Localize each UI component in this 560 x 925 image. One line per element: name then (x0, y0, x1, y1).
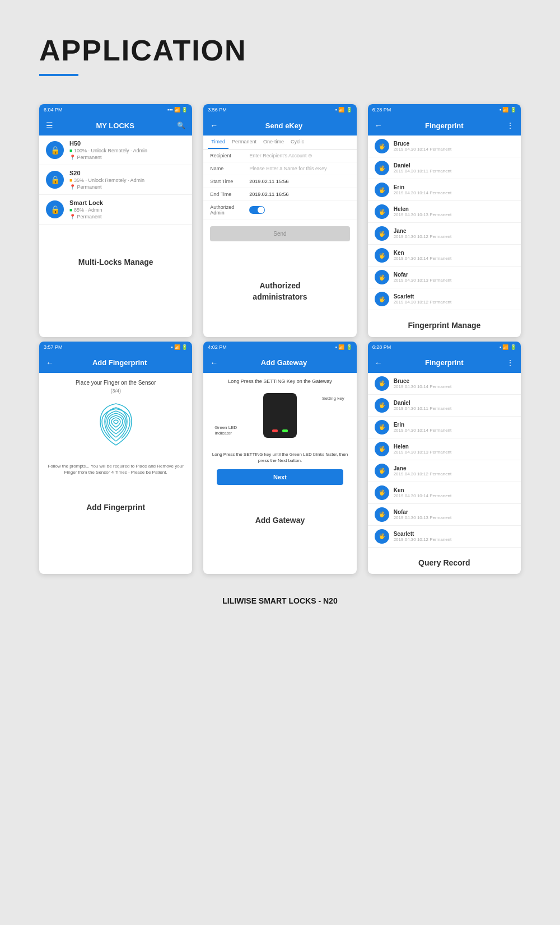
lock-info-h50: H50 ■ 100% · Unlock Remotely · Admin 📍 P… (69, 140, 147, 160)
ekey-tabs: Timed Permanent One-time Cyclic (203, 136, 356, 150)
my-locks-label: Multi-Locks Manage (39, 247, 192, 274)
fp2-person-jane[interactable]: 🖐 Jane 2019.04.30 10:12 Permanent (368, 460, 521, 482)
status-time: 6:04 PM (44, 107, 63, 113)
ekey-label-recipient: Recipient (210, 153, 249, 158)
ekey-status-time: 3:56 PM (208, 107, 227, 113)
fp2-info-ken: Ken 2019.04.30 10:14 Permanent (394, 487, 452, 498)
fp2-avatar-helen: 🖐 (375, 442, 389, 456)
page-title: APPLICATION (39, 34, 521, 67)
fp2-person-bruce[interactable]: 🖐 Bruce 2019.04.30 10:14 Permanent (368, 373, 521, 395)
add-gw-card: 4:02 PM ▪ 📶 🔋 ← Add Gateway Long Press t… (203, 342, 356, 574)
hamburger-icon[interactable]: ☰ (46, 121, 53, 130)
fp1-info-nofar: Nofar 2019.04.30 10:13 Permanent (394, 272, 452, 283)
fp1-avatar-daniel: 🖐 (375, 161, 389, 175)
fp1-person-daniel[interactable]: 🖐 Daniel 2019.04.30 10:11 Permanent (368, 157, 521, 179)
fp2-status-icons: ▪ 📶 🔋 (500, 344, 516, 350)
add-gw-title: Add Gateway (218, 358, 349, 367)
add-gw-label: Add Gateway (203, 505, 356, 532)
lock-perm-h50: 📍 Permanent (69, 155, 147, 160)
send-ekey-card: 3:56 PM ▪ 📶 🔋 ← Send eKey Timed Permanen… (203, 104, 356, 337)
send-ekey-screen: 3:56 PM ▪ 📶 🔋 ← Send eKey Timed Permanen… (203, 104, 356, 270)
fp1-avatar-nofar: 🖐 (375, 270, 389, 284)
lock-detail-h50: ■ 100% · Unlock Remotely · Admin (69, 148, 147, 153)
search-icon[interactable]: 🔍 (177, 122, 185, 129)
tab-onetime[interactable]: One-time (260, 136, 287, 149)
add-fp-footer: Follow the prompts... You will be requir… (39, 463, 192, 481)
fp1-info-jane: Jane 2019.04.30 10:12 Permanent (394, 228, 452, 239)
lock-item-smart[interactable]: 🔒 Smart Lock ■ 85% · Admin 📍 Permanent (39, 195, 192, 225)
add-gw-instruction2: Long Press the SETTING key until the Gre… (210, 451, 349, 464)
fp1-person-nofar[interactable]: 🖐 Nofar 2019.04.30 10:13 Permanent (368, 267, 521, 288)
fp1-avatar-bruce: 🖐 (375, 139, 389, 153)
add-fp-instruction: Place your Finger on the Sensor (46, 380, 185, 386)
add-fp-back-icon[interactable]: ← (46, 358, 54, 367)
status-icons: ▪▪▪ 📶 🔋 (167, 107, 188, 113)
page-wrapper: APPLICATION 6:04 PM ▪▪▪ 📶 🔋 ☰ MY LOCKS 🔍 (0, 0, 560, 639)
fp2-info-nofar: Nofar 2019.04.30 10:13 Permanent (394, 509, 452, 520)
more-icon[interactable]: ⋮ (506, 121, 514, 130)
ekey-row-end: End Time 2019.02.11 16:56 (203, 188, 356, 201)
ekey-value-start[interactable]: 2019.02.11 15:56 (249, 179, 349, 184)
send-button[interactable]: Send (210, 226, 349, 241)
green-led-indicator (282, 429, 288, 432)
add-fp-status-icons: ▪ 📶 🔋 (171, 344, 188, 350)
fp1-person-erin[interactable]: 🖐 Erin 2019.04.30 10:14 Permanent (368, 179, 521, 201)
footer-separator: - (318, 596, 323, 605)
fp2-person-daniel[interactable]: 🖐 Daniel 2019.04.30 10:11 Permanent (368, 395, 521, 417)
fp2-info-daniel: Daniel 2019.04.30 10:11 Permanent (394, 400, 452, 411)
fp1-person-scarlett[interactable]: 🖐 Scarlett 2019.04.30 10:12 Permanent (368, 288, 521, 310)
add-fp-body: Place your Finger on the Sensor (3/4) (39, 373, 192, 463)
fp2-person-ken[interactable]: 🖐 Ken 2019.04.30 10:14 Permanent (368, 482, 521, 504)
red-led-indicator (272, 429, 278, 432)
tab-permanent[interactable]: Permanent (228, 136, 260, 149)
ekey-value-end[interactable]: 2019.02.11 16:56 (249, 191, 349, 197)
back-arrow-icon[interactable]: ← (210, 121, 218, 130)
fp2-status-time: 6:28 PM (372, 344, 391, 350)
fp1-status-bar: 6:28 PM ▪ 📶 🔋 (368, 104, 521, 115)
lock-item-h50[interactable]: 🔒 H50 ■ 100% · Unlock Remotely · Admin 📍… (39, 136, 192, 165)
add-gw-instruction1: Long Press the SETTING Key on the Gatewa… (210, 379, 349, 384)
add-fp-label: Add Fingerprint (39, 492, 192, 519)
fp1-status-icons: ▪ 📶 🔋 (500, 107, 516, 113)
ekey-value-name[interactable]: Please Enter a Name for this eKey (249, 166, 349, 171)
ekey-value-recipient[interactable]: Enter Recipient's Account ⊕ (249, 153, 349, 158)
ekey-row-admin: Authorized Admin (203, 201, 356, 219)
add-fp-screen: 3:57 PM ▪ 📶 🔋 ← Add Fingerprint Place yo… (39, 342, 192, 492)
add-gw-back-icon[interactable]: ← (210, 358, 218, 367)
fp2-avatar-scarlett: 🖐 (375, 529, 389, 544)
lock-icon-smart: 🔒 (46, 200, 64, 218)
fp1-back-icon[interactable]: ← (375, 121, 382, 130)
lock-item-s20[interactable]: 🔒 S20 ■ 35% · Unlock Remotely · Admin 📍 … (39, 165, 192, 195)
add-fp-step: (3/4) (46, 388, 185, 394)
fp1-person-bruce[interactable]: 🖐 Bruce 2019.04.30 10:14 Permanent (368, 136, 521, 157)
fp2-more-icon[interactable]: ⋮ (506, 358, 514, 367)
lock-name-h50: H50 (69, 140, 147, 147)
authorized-admin-toggle[interactable] (249, 206, 265, 214)
fp2-person-erin[interactable]: 🖐 Erin 2019.04.30 10:14 Permanent (368, 417, 521, 438)
fp2-status-bar: 6:28 PM ▪ 📶 🔋 (368, 342, 521, 353)
ekey-label-start: Start Time (210, 179, 249, 184)
fp2-avatar-ken: 🖐 (375, 485, 389, 500)
fp1-info-daniel: Daniel 2019.04.30 10:11 Permanent (394, 162, 452, 174)
tab-timed[interactable]: Timed (208, 136, 228, 149)
lock-perm-s20: 📍 Permanent (69, 184, 144, 190)
fp2-info-scarlett: Scarlett 2019.04.30 10:12 Permanent (394, 531, 452, 542)
add-gw-status-bar: 4:02 PM ▪ 📶 🔋 (203, 342, 356, 353)
fp1-status-time: 6:28 PM (372, 107, 391, 113)
fp2-person-scarlett[interactable]: 🖐 Scarlett 2019.04.30 10:12 Permanent (368, 526, 521, 548)
fp1-person-jane[interactable]: 🖐 Jane 2019.04.30 10:12 Permanent (368, 223, 521, 245)
fp2-person-nofar[interactable]: 🖐 Nofar 2019.04.30 10:13 Permanent (368, 504, 521, 526)
add-fp-status-bar: 3:57 PM ▪ 📶 🔋 (39, 342, 192, 353)
tab-cyclic[interactable]: Cyclic (287, 136, 307, 149)
fp1-person-helen[interactable]: 🖐 Helen 2019.04.30 10:13 Permanent (368, 201, 521, 223)
fp2-avatar-bruce: 🖐 (375, 376, 389, 391)
fp1-info-bruce: Bruce 2019.04.30 10:14 Permanent (394, 141, 452, 152)
fp1-person-ken[interactable]: 🖐 Ken 2019.04.30 10:14 Permanent (368, 245, 521, 267)
fp1-avatar-jane: 🖐 (375, 226, 389, 241)
lock-name-smart: Smart Lock (69, 199, 103, 206)
next-button[interactable]: Next (217, 469, 343, 485)
fingerprint2-card: 6:28 PM ▪ 📶 🔋 ← Fingerprint ⋮ 🖐 Bruce 20… (368, 342, 521, 574)
lock-detail-s20: ■ 35% · Unlock Remotely · Admin (69, 177, 144, 183)
fp2-person-helen[interactable]: 🖐 Helen 2019.04.30 10:13 Permanent (368, 438, 521, 460)
fp2-back-icon[interactable]: ← (375, 358, 382, 367)
